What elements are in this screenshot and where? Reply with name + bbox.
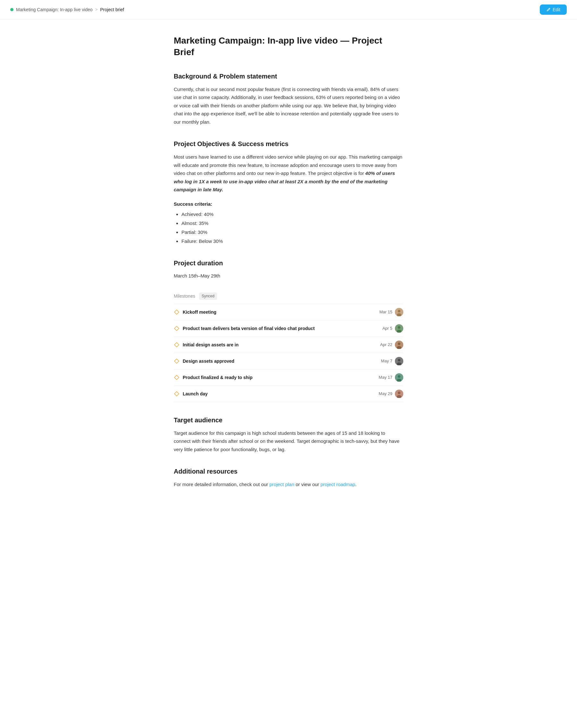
content-wrapper: Marketing Campaign: In-app live video — … [164, 20, 413, 527]
target-audience-section: Target audience Target audience for this… [174, 415, 403, 454]
background-section: Background & Problem statement Currently… [174, 71, 403, 126]
milestone-title: Launch day [183, 390, 208, 397]
diamond-icon [174, 358, 179, 364]
objectives-heading: Project Objectives & Success metrics [174, 139, 403, 149]
page-title: Marketing Campaign: In-app live video — … [174, 35, 403, 58]
milestone-date: Mar 15 [379, 309, 392, 316]
svg-point-13 [398, 375, 400, 378]
milestone-left: Design assets approved [174, 358, 234, 365]
synced-badge: Synced [199, 292, 217, 300]
milestone-date: Apr 5 [382, 325, 392, 332]
resources-text-between: or view our [294, 482, 321, 487]
duration-heading: Project duration [174, 258, 403, 268]
resources-text-before: For more detailed information, check out… [174, 482, 269, 487]
edit-icon [546, 7, 551, 12]
milestone-left: Product finalized & ready to ship [174, 374, 253, 381]
success-criteria-list: Achieved: 40% Almost: 35% Partial: 30% F… [174, 210, 403, 245]
milestones-label: Milestones [174, 292, 195, 300]
edit-button[interactable]: Edit [540, 4, 567, 15]
list-item: Achieved: 40% [181, 210, 403, 218]
resources-text-after: . [355, 482, 356, 487]
milestones-header: Milestones Synced [174, 292, 403, 300]
milestone-row: Launch day May 29 [174, 386, 403, 402]
additional-resources-section: Additional resources For more detailed i… [174, 466, 403, 489]
milestone-right: Mar 15 [379, 308, 403, 316]
avatar-image [395, 390, 403, 398]
list-item: Almost: 35% [181, 219, 403, 227]
milestone-right: May 17 [379, 373, 403, 382]
avatar-image [395, 357, 403, 365]
milestone-row: Design assets approved May 7 [174, 353, 403, 369]
additional-resources-text: For more detailed information, check out… [174, 480, 403, 489]
milestone-date: May 7 [381, 358, 392, 365]
duration-text: March 15th–May 29th [174, 272, 403, 280]
milestone-right: May 29 [379, 390, 403, 398]
avatar-image [395, 308, 403, 316]
milestone-row: Product team delivers beta version of fi… [174, 320, 403, 337]
milestones-list: Kickoff meeting Mar 15 [174, 304, 403, 402]
milestone-title: Design assets approved [183, 358, 234, 365]
milestone-row: Kickoff meeting Mar 15 [174, 304, 403, 320]
status-dot [10, 8, 14, 11]
breadcrumb: Marketing Campaign: In-app live video > … [10, 6, 124, 13]
svg-point-16 [398, 392, 400, 394]
avatar [395, 373, 403, 382]
milestone-row: Product finalized & ready to ship May 17 [174, 369, 403, 386]
diamond-icon [174, 309, 179, 315]
avatar-image [395, 373, 403, 382]
milestone-left: Initial design assets are in [174, 341, 239, 348]
svg-point-4 [398, 326, 400, 329]
background-heading: Background & Problem statement [174, 71, 403, 81]
milestone-row: Initial design assets are in Apr 22 [174, 337, 403, 353]
objectives-section: Project Objectives & Success metrics Mos… [174, 139, 403, 245]
success-criteria-heading: Success criteria: [174, 200, 403, 208]
milestone-left: Product team delivers beta version of fi… [174, 325, 315, 332]
svg-point-1 [398, 310, 400, 312]
breadcrumb-parent[interactable]: Marketing Campaign: In-app live video [16, 6, 93, 13]
avatar [395, 324, 403, 333]
milestone-right: Apr 22 [380, 341, 403, 349]
milestone-title: Product finalized & ready to ship [183, 374, 253, 381]
svg-point-7 [398, 342, 400, 345]
milestone-title: Product team delivers beta version of fi… [183, 325, 315, 332]
avatar-image [395, 341, 403, 349]
avatar-image [395, 324, 403, 333]
background-text: Currently, chat is our second most popul… [174, 85, 403, 126]
objectives-text: Most users have learned to use a differe… [174, 153, 403, 194]
duration-section: Project duration March 15th–May 29th [174, 258, 403, 280]
milestone-left: Launch day [174, 390, 208, 397]
target-audience-heading: Target audience [174, 415, 403, 425]
milestone-right: Apr 5 [382, 324, 403, 333]
avatar [395, 390, 403, 398]
project-plan-link[interactable]: project plan [269, 482, 294, 487]
project-roadmap-link[interactable]: project roadmap [321, 482, 355, 487]
milestone-date: May 29 [379, 391, 392, 397]
breadcrumb-separator: > [95, 6, 98, 13]
milestone-title: Initial design assets are in [183, 341, 239, 348]
diamond-icon [174, 326, 179, 331]
list-item: Partial: 30% [181, 229, 403, 236]
top-bar: Marketing Campaign: In-app live video > … [0, 0, 577, 20]
milestone-date: May 17 [379, 374, 392, 381]
milestone-date: Apr 22 [380, 342, 392, 348]
diamond-icon [174, 342, 179, 348]
list-item: Failure: Below 30% [181, 237, 403, 245]
avatar [395, 341, 403, 349]
milestone-title: Kickoff meeting [183, 309, 216, 316]
milestone-right: May 7 [381, 357, 403, 365]
svg-point-10 [398, 359, 400, 361]
avatar [395, 308, 403, 316]
edit-label: Edit [553, 7, 560, 12]
milestones-section: Milestones Synced Kickoff meeting Mar 15 [174, 292, 403, 402]
target-audience-text: Target audience for this campaign is hig… [174, 429, 403, 454]
diamond-icon [174, 391, 179, 397]
breadcrumb-current: Project brief [100, 6, 124, 13]
milestone-left: Kickoff meeting [174, 309, 216, 316]
additional-resources-heading: Additional resources [174, 466, 403, 476]
diamond-icon [174, 374, 179, 380]
avatar [395, 357, 403, 365]
